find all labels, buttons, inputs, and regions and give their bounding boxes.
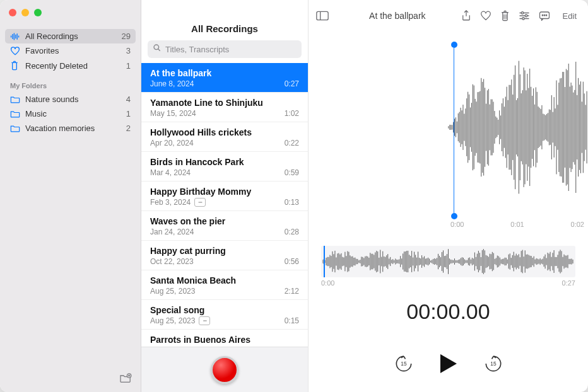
edit-button[interactable]: Edit (559, 10, 580, 22)
recording-item[interactable]: Parrots in Buenos Aires (141, 330, 308, 347)
transcript-button[interactable] (539, 11, 550, 21)
settings-button[interactable] (519, 11, 530, 21)
recording-duration: 0:22 (285, 139, 299, 147)
share-button[interactable] (461, 10, 471, 21)
skip-forward-button[interactable]: 15 (484, 354, 503, 376)
sidebar-folder-nature-sounds[interactable]: Nature sounds 4 (5, 92, 136, 107)
delete-button[interactable] (500, 10, 510, 21)
recording-item[interactable]: Waves on the pier Jan 24, 20240:28 (141, 211, 308, 241)
overview-start-time: 0:00 (321, 279, 334, 287)
svg-rect-8 (317, 11, 328, 20)
svg-text:15: 15 (490, 360, 497, 367)
recording-title: Santa Monica Beach (150, 275, 299, 285)
recording-item[interactable]: Birds in Hancock Park Mar 4, 20240:59 (141, 152, 308, 182)
playback-controls: 15 15 (309, 353, 588, 377)
recording-date: Oct 22, 2023 (150, 257, 194, 266)
recording-title: Happy cat purring (150, 246, 299, 256)
toolbar: At the ballpark Edit (309, 0, 588, 32)
folder-icon (10, 110, 20, 118)
sidebar-item-count: 29 (122, 32, 131, 41)
close-window-button[interactable] (9, 9, 16, 16)
minimize-window-button[interactable] (21, 9, 29, 16)
recording-duration: 2:12 (285, 287, 299, 296)
sidebar-item-label: All Recordings (25, 32, 117, 41)
svg-point-18 (544, 15, 545, 16)
waveform-overview[interactable] (321, 246, 575, 277)
recording-date: Aug 25, 2023 (150, 316, 195, 325)
skip-back-button[interactable]: 15 (394, 354, 413, 376)
svg-point-19 (546, 15, 547, 16)
sidebar-item-count: 3 (126, 46, 131, 55)
recording-item[interactable]: Happy cat purring Oct 22, 20230:56 (141, 241, 308, 270)
sidebar: All Recordings 29 Favorites 3 Recently D… (0, 0, 141, 392)
trim-handle-bottom[interactable] (451, 213, 457, 219)
record-bar (141, 347, 308, 392)
recordings-list: At the ballpark June 8, 20240:27Yamanote… (141, 63, 308, 347)
recording-duration: 0:56 (285, 257, 299, 266)
playhead[interactable] (324, 246, 325, 277)
recording-date: Apr 20, 2024 (150, 139, 194, 147)
fullscreen-window-button[interactable] (34, 9, 42, 16)
recording-duration: 1:02 (285, 109, 299, 118)
sidebar-item-favorites[interactable]: Favorites 3 (5, 43, 136, 58)
favorite-button[interactable] (480, 11, 491, 21)
new-folder-button[interactable] (119, 374, 132, 385)
recording-item[interactable]: Happy Birthday Mommy Feb 3, 20240:13 (141, 182, 308, 211)
recording-item[interactable]: Hollywood Hills crickets Apr 20, 20240:2… (141, 122, 308, 152)
recording-date: Feb 3, 2024 (150, 198, 191, 207)
recordings-header: All Recordings (141, 0, 308, 40)
waveform-large[interactable] (321, 39, 588, 216)
search-input[interactable] (165, 45, 297, 54)
detail-pane: At the ballpark Edit (309, 0, 588, 392)
trash-icon (10, 61, 20, 71)
waveform-area: 0:000:010:02 0:00 0:27 00:00.00 15 (309, 32, 588, 392)
sidebar-folder-vacation-memories[interactable]: Vacation memories 2 (5, 121, 136, 135)
svg-point-11 (521, 12, 523, 14)
sidebar-item-label: Nature sounds (25, 95, 121, 104)
sidebar-item-label: Favorites (25, 46, 121, 55)
overview-end-time: 0:27 (562, 279, 575, 287)
transcript-icon (194, 198, 206, 207)
axis-tick: 0:02 (571, 221, 584, 228)
axis-tick: 0:00 (450, 221, 464, 228)
play-button[interactable] (438, 353, 459, 377)
recording-title: Hollywood Hills crickets (150, 127, 299, 137)
sidebar-item-all-recordings[interactable]: All Recordings 29 (5, 29, 136, 43)
voice-memos-window: All Recordings 29 Favorites 3 Recently D… (0, 0, 588, 392)
heart-icon (10, 47, 20, 55)
trim-handle-top[interactable] (451, 42, 457, 48)
sidebar-item-count: 1 (126, 109, 131, 118)
recording-duration: 0:27 (285, 79, 299, 88)
toggle-sidebar-button[interactable] (316, 11, 329, 21)
sidebar-item-recently-deleted[interactable]: Recently Deleted 1 (5, 58, 136, 73)
my-folders-heading: My Folders (0, 73, 141, 92)
recording-date: Jan 24, 2024 (150, 228, 194, 236)
recording-title: Special song (150, 305, 299, 315)
recording-title: Birds in Hancock Park (150, 157, 299, 167)
recording-item[interactable]: At the ballpark June 8, 20240:27 (141, 63, 308, 93)
folder-icon (10, 95, 20, 103)
recording-title: Waves on the pier (150, 216, 299, 226)
recording-title: Yamanote Line to Shinjuku (150, 98, 299, 108)
waveform-icon (10, 32, 20, 41)
recording-duration: 0:59 (285, 168, 299, 177)
folder-icon (10, 124, 20, 132)
recordings-column: All Recordings At the ballpark June 8, 2… (141, 0, 309, 392)
sidebar-item-label: Recently Deleted (25, 61, 121, 71)
sidebar-item-label: Vacation memories (25, 124, 121, 133)
sidebar-item-count: 4 (126, 95, 131, 104)
search-field[interactable] (148, 40, 302, 58)
transcript-icon (199, 316, 210, 325)
recording-date: Aug 25, 2023 (150, 287, 195, 296)
recording-title: Happy Birthday Mommy (150, 187, 299, 197)
sidebar-item-count: 1 (126, 61, 131, 71)
recording-item[interactable]: Yamanote Line to Shinjuku May 15, 20241:… (141, 93, 308, 122)
record-button[interactable] (211, 356, 238, 384)
svg-point-7 (154, 45, 159, 50)
recording-title: Parrots in Buenos Aires (150, 335, 299, 345)
recording-title: At the ballpark (334, 11, 461, 21)
recording-duration: 0:28 (285, 228, 299, 236)
recording-item[interactable]: Santa Monica Beach Aug 25, 20232:12 (141, 270, 308, 300)
recording-item[interactable]: Special song Aug 25, 20230:15 (141, 300, 308, 330)
sidebar-folder-music[interactable]: Music 1 (5, 107, 136, 121)
